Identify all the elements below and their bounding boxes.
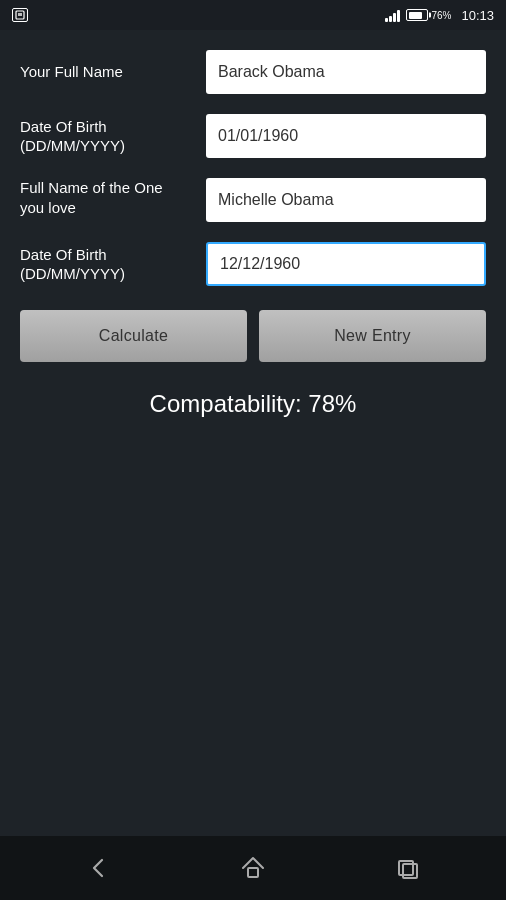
nav-bar [0, 836, 506, 900]
back-button[interactable] [73, 848, 123, 888]
compatibility-result: Compatability: 78% [20, 390, 486, 418]
recents-button[interactable] [383, 848, 433, 888]
buttons-row: Calculate New Entry [20, 310, 486, 362]
your-dob-input[interactable] [206, 114, 486, 158]
home-button[interactable] [228, 848, 278, 888]
time-display: 10:13 [461, 8, 494, 23]
love-name-input[interactable] [206, 178, 486, 222]
your-dob-row: Date Of Birth (DD/MM/YYYY) [20, 114, 486, 158]
notification-icon [12, 8, 28, 22]
app-content: Your Full Name Date Of Birth (DD/MM/YYYY… [0, 30, 506, 836]
svg-rect-2 [248, 868, 258, 877]
signal-icon [385, 8, 400, 22]
your-name-input[interactable] [206, 50, 486, 94]
love-dob-input[interactable] [206, 242, 486, 286]
love-name-label: Full Name of the One you love [20, 178, 190, 217]
calculate-button[interactable]: Calculate [20, 310, 247, 362]
battery-percent: 76% [431, 10, 451, 21]
battery-icon: 76% [406, 9, 451, 21]
svg-rect-1 [18, 13, 22, 16]
your-name-label: Your Full Name [20, 62, 190, 82]
love-name-row: Full Name of the One you love [20, 178, 486, 222]
love-dob-label: Date Of Birth (DD/MM/YYYY) [20, 245, 190, 284]
content-spacer [20, 438, 486, 826]
new-entry-button[interactable]: New Entry [259, 310, 486, 362]
love-dob-row: Date Of Birth (DD/MM/YYYY) [20, 242, 486, 286]
your-name-row: Your Full Name [20, 50, 486, 94]
your-dob-label: Date Of Birth (DD/MM/YYYY) [20, 117, 190, 156]
status-bar: 76% 10:13 [0, 0, 506, 30]
status-icons: 76% 10:13 [385, 8, 494, 23]
